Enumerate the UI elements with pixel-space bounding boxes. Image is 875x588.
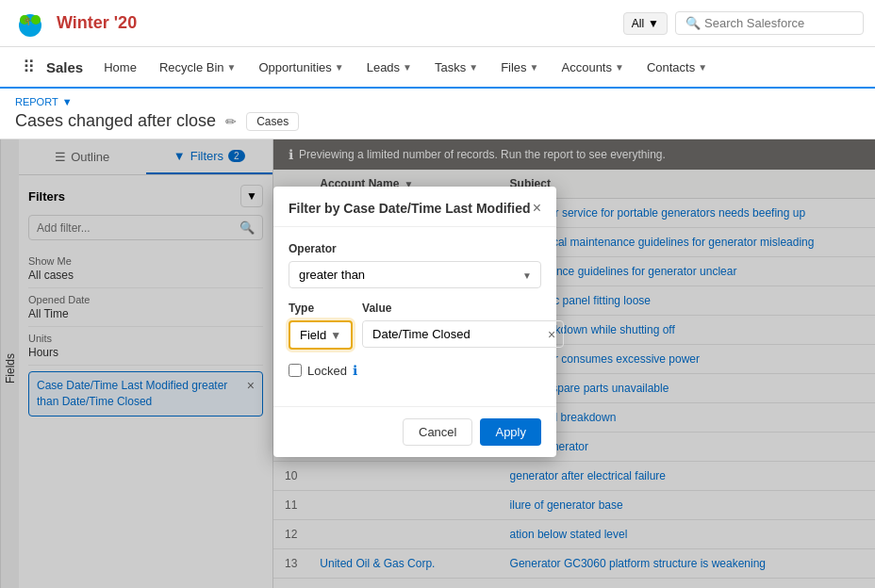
search-input[interactable] (704, 16, 853, 30)
info-icon[interactable]: ℹ (353, 363, 357, 378)
svg-point-2 (31, 15, 41, 24)
locked-row: Locked ℹ (289, 363, 541, 378)
report-header: REPORT ▼ Cases changed after close ✏ Cas… (0, 89, 875, 139)
type-value-row: Type Field ▼ Value × (289, 302, 541, 350)
chevron-down-icon: ▼ (530, 62, 539, 73)
report-label[interactable]: REPORT ▼ (15, 96, 860, 107)
nav-brand: Sales (46, 59, 83, 75)
nav-item-tasks[interactable]: Tasks ▼ (425, 55, 487, 80)
nav-item-accounts[interactable]: Accounts ▼ (553, 55, 634, 80)
main-content: Fields ☰ Outline ▼ Filters 2 Filters ▼ 🔍 (0, 139, 875, 588)
svg-text:🌴: 🌴 (23, 16, 32, 25)
edit-icon[interactable]: ✏ (225, 114, 237, 129)
chevron-down-icon: ▼ (403, 62, 412, 73)
nav-bar: ⠿ Sales Home Recycle Bin ▼ Opportunities… (0, 47, 875, 89)
nav-item-files[interactable]: Files ▼ (491, 55, 548, 80)
chevron-down-icon: ▼ (227, 62, 237, 73)
report-title: Cases changed after close (15, 111, 216, 131)
operator-select-wrapper: greater than (289, 261, 541, 288)
modal-body: Operator greater than Type Field ▼ (273, 227, 556, 406)
nav-item-home[interactable]: Home (94, 55, 146, 80)
search-area: All ▼ 🔍 (623, 11, 864, 35)
report-title-row: Cases changed after close ✏ Cases (15, 111, 860, 131)
nav-item-recycle-bin[interactable]: Recycle Bin ▼ (150, 55, 246, 80)
apps-icon[interactable]: ⠿ (15, 57, 42, 77)
operator-select[interactable]: greater than (289, 261, 541, 288)
type-col: Type Field ▼ (289, 302, 353, 350)
nav-item-contacts[interactable]: Contacts ▼ (637, 55, 717, 80)
type-dropdown-button[interactable]: Field ▼ (289, 320, 353, 350)
chevron-down-icon: ▼ (469, 62, 478, 73)
chevron-down-icon: ▼ (335, 62, 344, 73)
nav-item-leads[interactable]: Leads ▼ (357, 55, 421, 80)
chevron-down-icon: ▼ (698, 62, 707, 73)
chevron-down-icon: ▼ (648, 17, 659, 30)
modal-header: Filter by Case Date/Time Last Modified × (273, 187, 556, 227)
cancel-button[interactable]: Cancel (403, 418, 472, 446)
value-col: Value × (362, 302, 564, 348)
modal-close-button[interactable]: × (533, 200, 541, 217)
logo-area: 🌴 Winter '20 (11, 5, 137, 42)
logo-icon: 🌴 (11, 5, 49, 42)
value-input-wrapper: × (362, 320, 564, 348)
search-icon: 🔍 (685, 16, 701, 30)
chevron-down-icon: ▼ (62, 96, 73, 107)
modal-title: Filter by Case Date/Time Last Modified (289, 201, 530, 216)
search-type-dropdown[interactable]: All ▼ (623, 12, 668, 35)
type-select-wrapper: Field ▼ (289, 320, 353, 350)
cases-badge[interactable]: Cases (246, 112, 299, 131)
chevron-down-icon: ▼ (615, 62, 624, 73)
filter-modal: Filter by Case Date/Time Last Modified ×… (273, 187, 556, 457)
nav-item-opportunities[interactable]: Opportunities ▼ (249, 55, 353, 80)
apply-button[interactable]: Apply (480, 418, 541, 446)
chevron-down-icon: ▼ (330, 329, 341, 342)
search-box: 🔍 (675, 11, 864, 35)
app-title: Winter '20 (57, 13, 137, 33)
value-input[interactable] (363, 321, 540, 347)
clear-value-button[interactable]: × (540, 327, 563, 342)
modal-footer: Cancel Apply (273, 406, 556, 457)
locked-checkbox[interactable] (289, 364, 302, 377)
